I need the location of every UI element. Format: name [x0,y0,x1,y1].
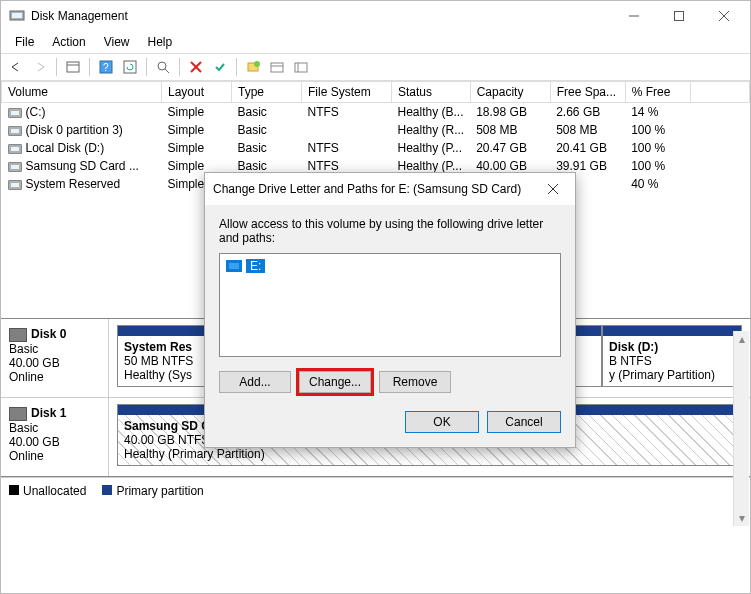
partition-title: System Res [124,340,192,354]
volume-row[interactable]: (C:)SimpleBasicNTFSHealthy (B...18.98 GB… [2,103,750,122]
svg-point-11 [158,62,166,70]
volume-icon [8,144,22,154]
drive-paths-listbox[interactable]: E: [219,253,561,357]
disk-label: Disk 0 [31,327,66,341]
remove-button[interactable]: Remove [379,371,451,393]
ok-button[interactable]: OK [405,411,479,433]
col-freespace[interactable]: Free Spa... [550,82,625,103]
partition-box[interactable]: Disk (D:) B NTFS y (Primary Partition) [602,325,742,387]
drive-icon [226,260,242,272]
col-pctfree[interactable]: % Free [625,82,690,103]
legend: Unallocated Primary partition [1,477,750,504]
menu-bar: File Action View Help [1,31,750,53]
find-icon[interactable] [152,56,174,78]
view-icon[interactable] [62,56,84,78]
menu-view[interactable]: View [96,33,138,51]
partition-size: 50 MB NTFS [124,354,193,368]
volume-icon [8,108,22,118]
app-icon [9,7,25,26]
toolbar: ? [1,53,750,81]
add-button[interactable]: Add... [219,371,291,393]
svg-rect-3 [674,12,683,21]
new-partition-icon[interactable] [242,56,264,78]
legend-unallocated: Unallocated [9,484,86,498]
svg-rect-1 [12,13,22,18]
scroll-down-icon[interactable]: ▾ [734,510,749,526]
properties-icon[interactable] [266,56,288,78]
refresh-icon[interactable] [119,56,141,78]
change-button[interactable]: Change... [299,371,371,393]
col-status[interactable]: Status [392,82,471,103]
volume-icon [8,126,22,136]
dialog-title-bar[interactable]: Change Drive Letter and Paths for E: (Sa… [205,173,575,205]
volume-list-header[interactable]: Volume Layout Type File System Status Ca… [2,82,750,103]
partition-status: Healthy (Sys [124,368,192,382]
svg-rect-10 [124,61,136,73]
disk-info[interactable]: Disk 0 Basic 40.00 GB Online [1,319,109,397]
partition-size: B NTFS [609,354,652,368]
svg-text:?: ? [103,62,109,73]
disk-size: 40.00 GB [9,435,100,449]
menu-file[interactable]: File [7,33,42,51]
volume-row[interactable]: Local Disk (D:)SimpleBasicNTFSHealthy (P… [2,139,750,157]
svg-rect-6 [67,62,79,72]
menu-help[interactable]: Help [140,33,181,51]
dialog-title: Change Drive Letter and Paths for E: (Sa… [213,182,539,196]
dialog-instruction: Allow access to this volume by using the… [219,217,561,245]
title-bar: Disk Management [1,1,750,31]
legend-primary: Primary partition [102,484,203,498]
disk-size: 40.00 GB [9,356,100,370]
disk-icon [9,407,27,421]
disk-status: Online [9,449,100,463]
scrollbar[interactable]: ▴ ▾ [733,331,749,526]
disk-status: Online [9,370,100,384]
partition-box[interactable]: System Res 50 MB NTFS Healthy (Sys [117,325,207,387]
col-layout[interactable]: Layout [162,82,232,103]
svg-point-16 [254,61,260,67]
check-icon[interactable] [209,56,231,78]
disk-label: Disk 1 [31,406,66,420]
disk-info[interactable]: Disk 1 Basic 40.00 GB Online [1,398,109,476]
partition-title: Disk (D:) [609,340,658,354]
partition-size: 40.00 GB NTFS [124,433,209,447]
delete-icon[interactable] [185,56,207,78]
volume-row[interactable]: (Disk 0 partition 3)SimpleBasicHealthy (… [2,121,750,139]
cancel-button[interactable]: Cancel [487,411,561,433]
close-button[interactable] [701,2,746,30]
window-controls [611,2,746,30]
col-type[interactable]: Type [232,82,302,103]
partition-status: Healthy (Primary Partition) [124,447,265,461]
menu-action[interactable]: Action [44,33,93,51]
partition-status: y (Primary Partition) [609,368,715,382]
disk-type: Basic [9,342,100,356]
minimize-button[interactable] [611,2,656,30]
help-icon[interactable]: ? [95,56,117,78]
col-volume[interactable]: Volume [2,82,162,103]
drive-path-item[interactable]: E: [224,258,556,274]
window-title: Disk Management [31,9,611,23]
disk-type: Basic [9,421,100,435]
maximize-button[interactable] [656,2,701,30]
dialog-close-button[interactable] [539,179,567,199]
svg-rect-17 [271,63,283,72]
volume-icon [8,180,22,190]
disk-icon [9,328,27,342]
scroll-up-icon[interactable]: ▴ [734,331,749,347]
back-button[interactable] [5,56,27,78]
svg-line-12 [165,69,169,73]
col-capacity[interactable]: Capacity [470,82,550,103]
forward-button[interactable] [29,56,51,78]
svg-rect-19 [295,63,307,72]
col-filesystem[interactable]: File System [302,82,392,103]
drive-letter-selected: E: [246,259,265,273]
change-drive-letter-dialog: Change Drive Letter and Paths for E: (Sa… [204,172,576,448]
list-icon[interactable] [290,56,312,78]
volume-icon [8,162,22,172]
